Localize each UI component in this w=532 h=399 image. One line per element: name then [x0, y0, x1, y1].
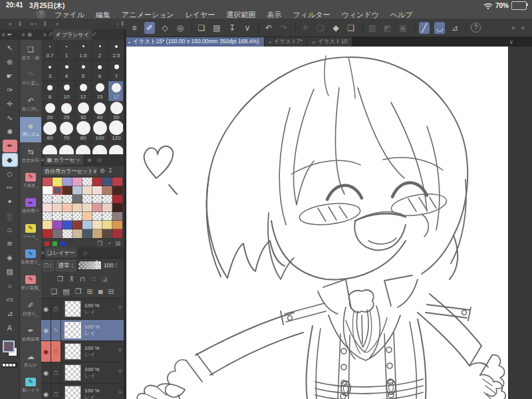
new-canvas-icon[interactable]: ❏: [196, 22, 207, 34]
rgb-swatch[interactable]: [61, 241, 65, 246]
pattern-tool-icon[interactable]: ░: [3, 209, 17, 222]
collapse-handle-icon[interactable]: «: [9, 21, 12, 27]
brush-size-cell[interactable]: 30: [75, 102, 91, 122]
hand-tool-icon[interactable]: ☛: [3, 70, 17, 82]
color-swatch[interactable]: [43, 203, 53, 212]
color-swatch[interactable]: [63, 229, 72, 238]
collapse-handle-icon[interactable]: «: [31, 21, 34, 27]
color-swatch[interactable]: [63, 186, 72, 195]
color-swatch[interactable]: [92, 203, 102, 212]
color-set-tab[interactable]: ▦ カラーセッ: [45, 154, 83, 165]
layer-mask-icon[interactable]: ◙: [98, 287, 103, 295]
transfer-layer-icon[interactable]: ❐: [75, 287, 82, 296]
canvas-surface[interactable]: [126, 47, 508, 399]
color-swatch[interactable]: [53, 212, 63, 221]
brush-size-cell[interactable]: 0.7: [42, 40, 58, 60]
color-swatch[interactable]: [82, 229, 92, 238]
brush-size-cell[interactable]: [42, 143, 58, 154]
canvas-tab[interactable]: •イラスト7*: [265, 37, 307, 47]
menu-item[interactable]: 表示: [267, 11, 281, 19]
brush-size-cell[interactable]: 2.5: [108, 40, 123, 60]
brush-size-cell[interactable]: 10: [59, 81, 74, 101]
collapse-handle-icon[interactable]: ‹: [35, 21, 37, 27]
qa-fill-all[interactable]: ✎ 全体塗り_: [20, 245, 41, 271]
brush-size-cell[interactable]: 4: [59, 61, 74, 80]
brush-size-cell[interactable]: [75, 143, 91, 154]
color-swatch[interactable]: [102, 195, 112, 203]
gradient-tool-icon[interactable]: ▨: [3, 265, 17, 278]
layer-visibility-icon[interactable]: ◉: [41, 341, 51, 362]
brush-size-cell[interactable]: [59, 143, 74, 154]
rgb-swatch[interactable]: [45, 241, 49, 246]
menu-item[interactable]: ヘルプ: [390, 11, 413, 19]
brush-size-cell[interactable]: 40: [92, 102, 108, 122]
brush-alt-tab-icon[interactable]: ✐: [49, 31, 54, 38]
import-set-icon[interactable]: ❐: [97, 240, 102, 247]
lasso-tool-icon[interactable]: ∿: [3, 112, 17, 124]
brush-size-cell[interactable]: 70: [59, 122, 74, 142]
undo-icon[interactable]: ↶: [263, 22, 274, 34]
qa-draft-pen[interactable]: ✎ 下描き_: [20, 168, 41, 194]
ruler-layer-icon[interactable]: ⊼: [69, 275, 74, 283]
pen-tool-icon[interactable]: ✒: [3, 140, 17, 152]
collapse-handle-icon[interactable]: ‹: [116, 21, 118, 27]
menu-item[interactable]: ウィンドウ: [341, 11, 378, 19]
layer-row-menu-icon[interactable]: ≡: [118, 325, 122, 332]
draft-layer-icon[interactable]: ◪: [102, 275, 108, 283]
color-swatch[interactable]: [53, 221, 63, 229]
color-swatch[interactable]: [72, 186, 82, 195]
frame-tool-icon[interactable]: ▭: [3, 293, 17, 306]
brush-size-cell[interactable]: 5: [75, 61, 91, 80]
touch-gauge-icon[interactable]: ◇: [160, 22, 170, 34]
collapse-handle-icon[interactable]: «: [55, 21, 59, 27]
menu-item[interactable]: 編集: [96, 11, 110, 19]
layer-row-menu-icon[interactable]: ≡: [118, 346, 122, 353]
layer-thumbnail[interactable]: [65, 322, 81, 338]
eraser-tool-icon[interactable]: ◆: [3, 154, 17, 166]
open-file-icon[interactable]: ▤: [211, 22, 222, 34]
fill-icon[interactable]: ◆: [331, 22, 341, 34]
foreground-color-swatch[interactable]: [3, 340, 15, 352]
snap-ruler-icon[interactable]: ╱: [419, 22, 430, 34]
workspace-collapse-icon[interactable]: « «: [511, 24, 527, 31]
color-swatch[interactable]: [72, 221, 82, 229]
layer-visibility-icon[interactable]: ◉: [41, 299, 51, 319]
brush-size-cell[interactable]: 3: [42, 61, 58, 80]
layer-check-icon[interactable]: □: [51, 341, 61, 362]
save-icon[interactable]: ↧: [227, 22, 237, 34]
redo-icon[interactable]: ↷: [279, 22, 289, 34]
brush-size-cell[interactable]: 1.5: [75, 40, 91, 60]
color-swatch[interactable]: [43, 221, 53, 229]
merge-layer-icon[interactable]: ⊞: [87, 287, 93, 296]
color-swatch[interactable]: [43, 186, 53, 195]
menu-item[interactable]: 選択範囲: [226, 11, 255, 19]
color-swatch[interactable]: [63, 212, 72, 221]
layer-thumbnail[interactable]: [65, 301, 81, 317]
qa-transform[interactable]: ❑ 拡大・縮: [20, 40, 41, 66]
brush-size-cell[interactable]: [92, 143, 108, 154]
opacity-slider[interactable]: [78, 261, 102, 270]
color-swatch[interactable]: [102, 203, 112, 212]
color-swatch[interactable]: [102, 212, 112, 221]
layer-row-menu-icon[interactable]: ≡: [118, 368, 122, 374]
color-swatch[interactable]: [82, 212, 92, 221]
layer-thumbnail[interactable]: [65, 343, 81, 360]
brush-size-cell[interactable]: 15: [92, 81, 108, 101]
brush-size-cell[interactable]: 2: [92, 40, 108, 60]
deselect-icon[interactable]: ▧: [367, 22, 378, 34]
brush-size-cell[interactable]: 50: [108, 102, 123, 122]
zoom-tool-icon[interactable]: ⊕: [3, 56, 17, 68]
blend-mode-dropdown[interactable]: 通常 ∧∨: [56, 260, 76, 271]
brush-size-cell[interactable]: 80: [75, 122, 91, 142]
snap-special-ruler-icon[interactable]: ⊿: [450, 22, 460, 34]
layer-row[interactable]: ◉ □ 100 % レイ ≡: [41, 362, 124, 384]
layer-thumbnail[interactable]: [65, 386, 81, 399]
eraser-soft-tool-icon[interactable]: ◇: [3, 168, 17, 180]
brush-size-cell[interactable]: 12: [75, 81, 91, 101]
qa-soft[interactable]: ☁ 柔らか: [20, 347, 41, 373]
layer-visibility-icon[interactable]: ◉: [41, 362, 51, 383]
layer-visibility-icon[interactable]: ◉: [41, 384, 51, 399]
blend-tool-icon[interactable]: ≋: [3, 237, 17, 250]
expand-selection-icon[interactable]: ▣: [398, 22, 408, 34]
sep2[interactable]: [259, 23, 259, 33]
